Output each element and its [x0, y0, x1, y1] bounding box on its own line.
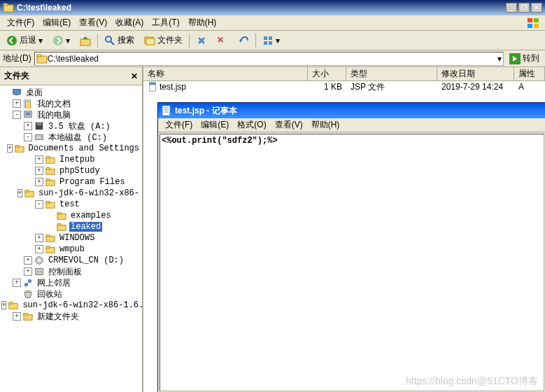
folder-tree[interactable]: 桌面+我的文档-我的电脑+3.5 软盘 (A:)-本地磁盘 (C:)+Docum… — [0, 85, 142, 392]
col-size[interactable]: 大小 — [308, 67, 346, 80]
tree-item[interactable]: +WINDOWS — [1, 232, 141, 244]
notepad-menu-help[interactable]: 帮助(H) — [307, 118, 344, 132]
tree-label: sun-jdk-6-win32-x86- — [37, 188, 141, 198]
tree-item[interactable]: +控制面板 — [1, 266, 141, 277]
col-type[interactable]: 类型 — [346, 67, 437, 80]
windows-logo-icon — [524, 15, 544, 31]
separator — [97, 34, 98, 48]
menu-view[interactable]: 查看(V) — [75, 15, 111, 30]
close-sidebar-button[interactable]: ✕ — [131, 71, 138, 81]
tree-item[interactable]: +网上邻居 — [1, 277, 141, 288]
notepad-window[interactable]: test.jsp - 记事本 文件(F) 编辑(E) 格式(O) 查看(V) 帮… — [157, 102, 545, 392]
tree-toggle[interactable]: + — [35, 234, 43, 242]
mydocs-icon — [22, 99, 34, 108]
tree-toggle[interactable]: + — [35, 178, 43, 186]
tree-item[interactable]: +phpStudy — [1, 165, 141, 176]
notepad-titlebar[interactable]: test.jsp - 记事本 — [158, 103, 545, 118]
svg-point-6 — [7, 36, 17, 46]
svg-rect-48 — [46, 235, 50, 237]
maximize-button[interactable]: ❐ — [518, 3, 530, 13]
tree-toggle[interactable]: + — [35, 245, 43, 253]
menu-edit[interactable]: 编辑(E) — [38, 15, 75, 30]
back-button[interactable]: 后退 ▾ — [3, 32, 46, 48]
search-button[interactable]: 搜索 — [101, 32, 138, 48]
col-attr[interactable]: 属性 — [514, 67, 545, 80]
folders-button[interactable]: 文件夹 — [141, 32, 186, 48]
minimize-button[interactable]: _ — [506, 3, 517, 13]
tree-toggle[interactable]: + — [17, 189, 22, 197]
tree-item[interactable]: examples — [1, 210, 141, 221]
address-label: 地址(D) — [3, 52, 31, 64]
delete-button[interactable]: ✕ — [213, 33, 232, 48]
tree-toggle[interactable]: + — [35, 155, 43, 164]
menu-tools[interactable]: 工具(T) — [148, 15, 183, 30]
col-name[interactable]: 名称 — [143, 67, 308, 80]
tree-item[interactable]: -test — [1, 199, 141, 210]
tree-toggle[interactable]: - — [35, 200, 43, 209]
svg-rect-38 — [46, 179, 50, 181]
folder-icon — [22, 312, 34, 321]
file-attr: A — [514, 81, 528, 92]
chevron-down-icon[interactable]: ▾ — [497, 54, 502, 64]
menu-help[interactable]: 帮助(H) — [184, 15, 221, 30]
file-row[interactable]: test.jsp1 KBJSP 文件2019-7-29 14:24A — [143, 81, 545, 92]
tree-item[interactable]: -本地磁盘 (C:) — [1, 132, 141, 143]
tree-label: CRMEVOL_CN (D:) — [47, 255, 125, 265]
menu-file[interactable]: 文件(F) — [3, 15, 38, 30]
tree-item[interactable]: 回收站 — [1, 288, 141, 300]
tree-toggle[interactable]: + — [24, 122, 32, 130]
tree-item[interactable]: +新建文件夹 — [1, 311, 141, 322]
tree-toggle[interactable]: + — [13, 99, 21, 108]
address-input-wrapper[interactable]: ▾ — [34, 52, 504, 66]
tree-toggle[interactable]: - — [13, 111, 21, 119]
svg-line-10 — [111, 41, 114, 45]
notepad-menu-file[interactable]: 文件(F) — [161, 118, 197, 132]
folder-icon — [45, 166, 56, 176]
views-icon — [262, 35, 274, 46]
tree-item[interactable]: +Documents and Settings — [1, 143, 141, 154]
tree-item[interactable]: +Inetpub — [1, 154, 141, 165]
undo-button[interactable] — [234, 33, 253, 48]
action-button[interactable] — [192, 33, 211, 48]
tree-toggle[interactable]: + — [35, 167, 43, 175]
tree-item[interactable]: +wmpub — [1, 244, 141, 255]
address-input[interactable] — [48, 54, 497, 64]
tree-item[interactable]: +3.5 软盘 (A:) — [1, 120, 141, 132]
tree-item[interactable]: +sun-jdk-6-win32-x86-1.6.0. — [1, 300, 141, 311]
tree-item[interactable]: +CRMEVOL_CN (D:) — [1, 255, 141, 266]
forward-button[interactable]: ▾ — [49, 33, 73, 48]
tree-toggle[interactable]: - — [24, 133, 32, 141]
go-button[interactable]: 转到 — [507, 51, 542, 66]
notepad-menu-format[interactable]: 格式(O) — [233, 118, 270, 132]
notepad-menu-view[interactable]: 查看(V) — [271, 118, 307, 132]
tree-toggle[interactable]: + — [24, 267, 32, 276]
tree-label: Documents and Settings — [27, 144, 141, 153]
tree-label: 网上邻居 — [36, 277, 72, 289]
tree-item[interactable]: 桌面 — [1, 87, 141, 98]
tree-item[interactable]: +Program Files — [1, 176, 141, 188]
tree-label: 回收站 — [36, 288, 64, 300]
menu-favorites[interactable]: 收藏(A) — [111, 15, 148, 30]
tree-toggle[interactable]: + — [7, 144, 12, 153]
tree-item[interactable]: +我的文档 — [1, 98, 141, 109]
svg-rect-1 — [3, 4, 8, 6]
col-modified[interactable]: 修改日期 — [437, 67, 514, 80]
tree-toggle[interactable]: + — [24, 256, 32, 265]
tree-item[interactable]: +sun-jdk-6-win32-x86- — [1, 188, 141, 199]
watermark: https://blog.csdn@51CTO博客 — [406, 375, 538, 388]
up-button[interactable] — [76, 33, 94, 48]
tree-toggle[interactable]: + — [13, 312, 21, 321]
search-icon — [104, 35, 115, 46]
tree-item[interactable]: -我的电脑 — [1, 109, 141, 120]
tree-item[interactable]: leaked — [1, 221, 141, 232]
svg-rect-50 — [46, 246, 50, 248]
notepad-menu-edit[interactable]: 编辑(E) — [197, 118, 233, 132]
notepad-textarea[interactable]: <%out.print("sdfz2");%> — [160, 134, 544, 391]
close-button[interactable]: ✕ — [531, 3, 542, 13]
tree-toggle[interactable]: + — [13, 279, 21, 287]
computer-icon — [22, 110, 34, 120]
tree-toggle[interactable]: + — [1, 301, 6, 309]
tree-toggle — [46, 211, 55, 220]
folder-open-icon — [36, 53, 48, 64]
views-button[interactable]: ▾ — [259, 33, 283, 48]
